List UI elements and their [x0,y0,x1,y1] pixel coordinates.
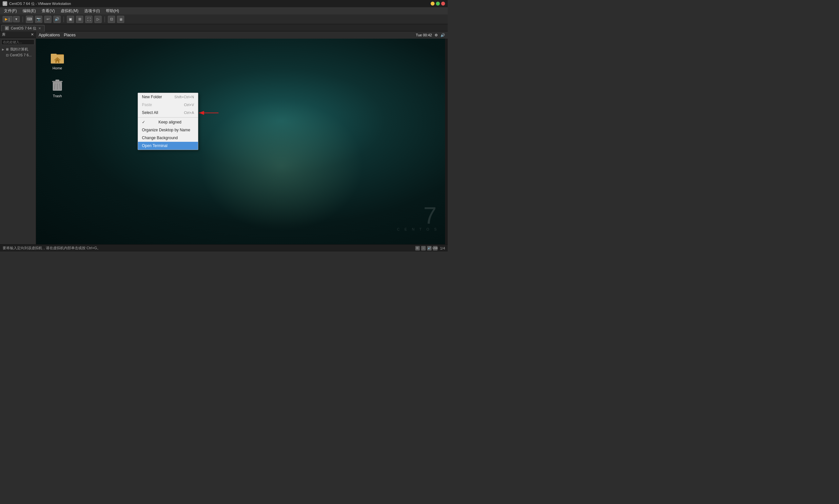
desktop[interactable]: 7 C E N T O S [36,39,445,244]
audio-button[interactable]: 🔊 [53,16,60,23]
view-fit[interactable]: ▷ [94,16,102,23]
settings-icon[interactable]: ⚙ [435,33,438,37]
power-dropdown[interactable]: ▾ [13,16,20,22]
centos-text: C E N T O S [397,227,438,231]
status-right: ⊡ ↔ 🔊 USB 1/4 [415,246,445,251]
ctx-new-folder[interactable]: New Folder Shift+Ctrl+N [138,93,198,101]
ctx-paste-label: Paste [142,103,152,107]
home-label: Home [52,66,62,70]
menu-vm[interactable]: 虚拟机(M) [58,7,81,14]
toolbar-separator-1 [23,16,23,22]
vmware-menubar: 文件(F) 编辑(E) 查看(V) 虚拟机(M) 选项卡(I) 帮助(H) [0,7,448,14]
vm-tab-centos[interactable]: C CentOS 7 64 位 ✕ [1,25,45,32]
ctx-paste: Paste Ctrl+V [138,101,198,109]
vm-tab-icon: C [5,26,9,30]
centos-vm-icon: ⊡ [6,53,8,57]
window-title: CentOS 7 64 位 - VMware Workstation [9,1,71,6]
snapshot-button[interactable]: 📷 [35,16,42,23]
svg-rect-4 [55,79,59,82]
power-controls: ▶‖ ▾ [3,16,20,22]
expand-icon: ▶ [2,48,4,51]
console-button[interactable]: ⊡ [108,16,115,23]
sidebar-item-my-computer[interactable]: ▶ 🖥 我的计算机 [0,46,36,52]
display-button[interactable]: 🖥 [117,16,124,23]
applications-menu[interactable]: Applications [39,33,60,37]
sidebar-title: 库 [2,32,5,37]
ctx-open-terminal[interactable]: Open Terminal [138,142,198,150]
sidebar-close[interactable]: ✕ [31,32,34,37]
ctx-paste-shortcut: Ctrl+V [184,103,194,107]
minimize-button[interactable]: ─ [431,2,435,5]
clock: Tue 00:42 [416,33,432,37]
maximize-button[interactable]: □ [436,2,440,5]
ctx-select-all-shortcut: Ctrl+A [184,111,194,114]
home-icon-img [50,50,65,66]
my-computer-label: 我的计算机 [10,47,28,52]
audio-icon[interactable]: 🔊 [440,33,445,37]
sidebar-item-centos[interactable]: ⊡ CentOS 7 6... [0,52,36,58]
menu-view[interactable]: 查看(V) [39,7,57,14]
ctx-organize[interactable]: Organize Desktop by Name [138,126,198,134]
status-icon-1[interactable]: ⊡ [415,246,420,251]
ctx-keep-aligned[interactable]: ✓ Keep aligned [138,118,198,126]
vm-tab-close[interactable]: ✕ [38,26,41,30]
vm-tab-label: CentOS 7 64 位 [11,26,36,31]
power-button[interactable]: ▶‖ [3,16,13,22]
home-icon[interactable]: Home [46,49,69,71]
ctx-organize-label: Organize Desktop by Name [142,128,190,132]
window-controls: ─ □ ✕ [431,2,445,5]
gnome-panel: Applications Places Tue 00:42 ⚙ 🔊 [36,32,448,39]
ctx-new-folder-label: New Folder [142,95,162,99]
ctx-separator-1 [138,117,198,118]
view-unity[interactable]: ⊞ [76,16,83,23]
revert-button[interactable]: ↩ [44,16,51,23]
ctx-change-bg-label: Change Background [142,136,178,140]
status-hint: 要将输入定向到该虚拟机，请在虚拟机内部单击或按 Ctrl+G。 [3,246,101,251]
ctx-open-terminal-label: Open Terminal [142,143,168,148]
ctx-select-all[interactable]: Select All Ctrl+A [138,109,198,116]
status-icon-4[interactable]: USB [433,246,438,251]
sidebar: 库 ✕ ▶ 🖥 我的计算机 ⊡ CentOS 7 6... [0,32,36,244]
menu-file[interactable]: 文件(F) [1,7,19,14]
menu-edit[interactable]: 编辑(E) [20,7,38,14]
places-menu[interactable]: Places [64,33,76,37]
trash-desktop-icon[interactable]: Trash [46,76,69,99]
status-icons: ⊡ ↔ 🔊 USB [415,246,438,251]
panel-right: Tue 00:42 ⚙ 🔊 [416,33,445,37]
close-button[interactable]: ✕ [441,2,445,5]
ctx-select-all-label: Select All [142,110,158,115]
centos-version-number: 7 [397,204,438,227]
toolbar-separator-2 [64,16,64,22]
view-fullscreen[interactable]: ⛶ [85,16,92,23]
sidebar-search-input[interactable] [1,39,34,45]
sidebar-search-area [0,38,36,46]
vm-inner: 7 C E N T O S [36,39,448,244]
desktop-scrollbar[interactable] [445,39,448,244]
sidebar-header: 库 ✕ [0,32,36,38]
centos-vm-label: CentOS 7 6... [10,53,32,57]
send-key-button[interactable]: ⌨ [26,16,33,23]
ctx-new-folder-shortcut: Shift+Ctrl+N [174,95,194,99]
vmware-titlebar: V CentOS 7 64 位 - VMware Workstation ─ □… [0,0,448,7]
menu-help[interactable]: 帮助(H) [103,7,122,14]
ctx-keep-aligned-label: Keep aligned [158,120,181,124]
vm-tabs: C CentOS 7 64 位 ✕ [0,24,448,32]
ctx-change-bg[interactable]: Change Background [138,134,198,142]
vmware-icon: V [3,1,7,6]
home-folder-svg [50,50,65,65]
panel-left: Applications Places [39,33,76,37]
view-normal[interactable]: ▣ [67,16,74,23]
status-icon-2[interactable]: ↔ [421,246,426,251]
ctx-keep-aligned-check: ✓ [142,120,145,124]
status-bar: 要将输入定向到该虚拟机，请在虚拟机内部单击或按 Ctrl+G。 ⊡ ↔ 🔊 US… [0,244,448,252]
trash-svg [51,78,64,93]
menu-tabs[interactable]: 选项卡(I) [82,7,102,14]
status-icon-3[interactable]: 🔊 [427,246,432,251]
desktop-bg-light [199,100,364,231]
trash-label: Trash [53,94,62,98]
my-computer-icon: 🖥 [5,48,9,51]
red-arrow [197,109,223,119]
vm-content: Applications Places Tue 00:42 ⚙ 🔊 7 C E … [36,32,448,244]
main-area: 库 ✕ ▶ 🖥 我的计算机 ⊡ CentOS 7 6... Applicatio… [0,32,448,244]
centos-watermark: 7 C E N T O S [397,204,438,231]
